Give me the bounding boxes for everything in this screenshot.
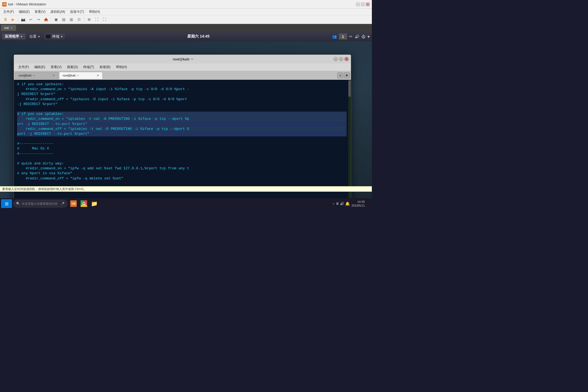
menu-file[interactable]: 文件(F)	[1, 9, 16, 15]
taskbar-vmware-icon: VM	[70, 200, 77, 207]
kali-location-menu[interactable]: 位置 ▼	[27, 33, 43, 39]
code-line-14: # Mac Os X	[17, 146, 347, 151]
taskbar-app-vmware[interactable]: VM	[69, 199, 78, 209]
toolbar-vm2-btn[interactable]: ▤	[60, 16, 67, 23]
toolbar-send-btn[interactable]: 📤	[43, 16, 49, 23]
code-line-11: port -j REDIRECT --to-port %rport"	[17, 131, 347, 136]
terminal-new-tab-btn[interactable]: +	[337, 72, 343, 78]
menu-view[interactable]: 查看(V)	[32, 9, 48, 15]
code-line-17: # quick and dirty way:	[17, 161, 347, 166]
vmware-maximize-btn[interactable]: □	[361, 2, 365, 6]
terminal-tab-2[interactable]: root@kali: ~ ✕	[59, 72, 103, 79]
terminal-tab2-close[interactable]: ✕	[97, 74, 99, 77]
vmware-title: kali - VMware Workstation	[8, 2, 46, 6]
toolbar-play-btn[interactable]: ▶	[10, 16, 16, 23]
taskbar-network-icon: 🖥	[336, 202, 339, 206]
hint-bar: 要将输入定向到该虚拟机，请将鼠标指针移入其中或按 Ctrl+G。	[0, 186, 372, 192]
kali-menu-dropdown[interactable]: ▾	[367, 34, 370, 39]
code-line-16	[17, 156, 347, 161]
kali-volume-icon: 🔊	[355, 34, 359, 39]
kali-vm-tab[interactable]: kali ✕	[1, 25, 16, 31]
kali-people-icon: 👥	[332, 34, 337, 39]
terminal-window: root@kali: ~ — □ ✕ 文件(F) 编辑(E) 查看(V) 搜索(…	[14, 54, 351, 209]
terminal-minimize-btn[interactable]: —	[333, 57, 338, 61]
code-line-12	[17, 136, 347, 141]
hint-text: 要将输入定向到该虚拟机，请将鼠标指针移入其中或按 Ctrl+G。	[2, 187, 87, 191]
terminal-menu-edit[interactable]: 编辑(E)	[32, 64, 47, 70]
kali-tab-close-btn[interactable]: ✕	[11, 26, 13, 29]
taskbar-systray: ∧ 🖥 🔊 🔔	[333, 201, 350, 206]
code-line-20: #redir_command_off = "ipfw -q delete set…	[17, 176, 347, 181]
terminal-menu-view[interactable]: 查看(V)	[48, 64, 64, 70]
kali-terminal-panel-menu[interactable]: 终端 ▼	[44, 33, 65, 39]
menu-edit[interactable]: 编辑(E)	[17, 9, 32, 15]
kali-location-label: 位置	[29, 34, 36, 39]
kali-desktop: 应用程序 ▼ 位置 ▼ 终端 ▼ 星期六 14:45 👥 1 ✏ 🔊 ⏻ ▾	[0, 32, 372, 201]
vmware-app-icon: VM	[2, 2, 7, 7]
kali-panel-clock: 星期六 14:45	[187, 34, 210, 39]
code-line-21	[17, 181, 347, 186]
taskbar-folder-icon: 📁	[91, 200, 98, 207]
terminal-menu-help[interactable]: 帮助(H)	[114, 64, 129, 70]
toolbar-redo-btn[interactable]: ↪	[35, 16, 42, 23]
taskbar-mic-icon: 🎤	[61, 202, 65, 206]
code-line-19: o any %port in via %iface"	[17, 171, 347, 176]
menu-tabs[interactable]: 选项卡(T)	[68, 9, 86, 15]
taskbar-corner[interactable]	[366, 199, 369, 209]
toolbar-vm1-btn[interactable]: ▣	[53, 16, 59, 23]
toolbar-vm4-btn[interactable]: ⊡	[76, 16, 82, 23]
taskbar-apps: VM 📁	[69, 199, 99, 209]
menu-vm[interactable]: 虚拟机(M)	[48, 9, 67, 15]
kali-pen-icon: ✏	[349, 34, 353, 39]
taskbar-search-icon: 🔍	[16, 202, 20, 206]
windows-taskbar: ⊞ 🔍 在这里输入你要搜索的内容 🎤 VM 📁 ∧ 🖥 🔊 🔔 14	[0, 198, 372, 209]
terminal-scrollbar-thumb[interactable]	[348, 80, 351, 97]
terminal-menu-search[interactable]: 搜索(S)	[65, 64, 80, 70]
kali-location-dropdown: ▼	[38, 35, 40, 38]
taskbar-volume-icon: 🔊	[340, 202, 344, 206]
toolbar-undo-btn[interactable]: ↩	[27, 16, 34, 23]
kali-vm-tab-label: kali	[4, 26, 9, 29]
terminal-maximize-btn[interactable]: □	[339, 57, 343, 61]
toolbar-fullscreen-btn[interactable]: ⛶	[93, 16, 100, 23]
vmware-menubar: 文件(F) 编辑(E) 查看(V) 虚拟机(M) 选项卡(T) 帮助(H)	[0, 9, 372, 15]
toolbar-snapshot-btn[interactable]: 📷	[20, 16, 26, 23]
menu-help[interactable]: 帮助(H)	[87, 9, 102, 15]
code-line-1: # if you use ipchains:	[17, 82, 347, 87]
taskbar-app-folder[interactable]: 📁	[89, 199, 99, 209]
code-line-13: #----------------	[17, 141, 347, 146]
toolbar-pause-btn[interactable]: ⏸	[2, 16, 9, 23]
toolbar-stretch-btn[interactable]: ⛶	[101, 16, 108, 23]
terminal-close-btn[interactable]: ✕	[344, 57, 349, 61]
vmware-close-btn[interactable]: ✕	[366, 2, 370, 6]
terminal-tab1-close[interactable]: ✕	[53, 74, 55, 77]
start-icon: ⊞	[5, 201, 8, 206]
terminal-tab-dropdown-btn[interactable]: ▼	[344, 72, 350, 78]
taskbar-tray-up[interactable]: ∧	[333, 202, 335, 205]
terminal-menu-tabs[interactable]: 标签(B)	[97, 64, 113, 70]
vmware-minimize-btn[interactable]: —	[356, 2, 360, 6]
terminal-titlebar: root@kali: ~ — □ ✕	[14, 55, 351, 63]
terminal-tab-1[interactable]: root@kali: ~ ✕	[15, 72, 59, 79]
terminal-menu-terminal[interactable]: 终端(T)	[81, 64, 96, 70]
taskbar-app-chrome[interactable]	[79, 199, 89, 209]
code-line-5: -j REDIRECT %rport"	[17, 102, 347, 107]
toolbar-sep1	[18, 17, 18, 22]
kali-panel-left: 应用程序 ▼ 位置 ▼ 终端 ▼	[2, 33, 65, 39]
terminal-menu-file[interactable]: 文件(F)	[16, 64, 31, 70]
taskbar-clock-time: 14:45	[351, 200, 365, 204]
terminal-tab1-label: root@kali: ~	[19, 74, 35, 77]
taskbar-chrome-icon	[81, 200, 87, 207]
start-button[interactable]: ⊞	[1, 199, 12, 208]
toolbar-fit-btn[interactable]: ⊞	[86, 16, 92, 23]
kali-terminal-label: 终端	[52, 34, 59, 39]
terminal-tab2-label: root@kali: ~	[63, 74, 79, 77]
toolbar-vm3-btn[interactable]: ▥	[68, 16, 75, 23]
code-line-4: #redir_command_off = "ipchains -D input …	[17, 97, 347, 102]
kali-desktop-area: root@kali: ~ — □ ✕ 文件(F) 编辑(E) 查看(V) 搜索(…	[0, 41, 372, 201]
code-line-10: redir_command_off = "iptables -t nat -D …	[17, 127, 347, 131]
kali-apps-menu[interactable]: 应用程序 ▼	[2, 33, 26, 39]
taskbar-search[interactable]: 🔍 在这里输入你要搜索的内容 🎤	[13, 200, 68, 207]
code-line-15: #----------------	[17, 151, 347, 156]
kali-workspace-num[interactable]: 1	[339, 33, 347, 39]
